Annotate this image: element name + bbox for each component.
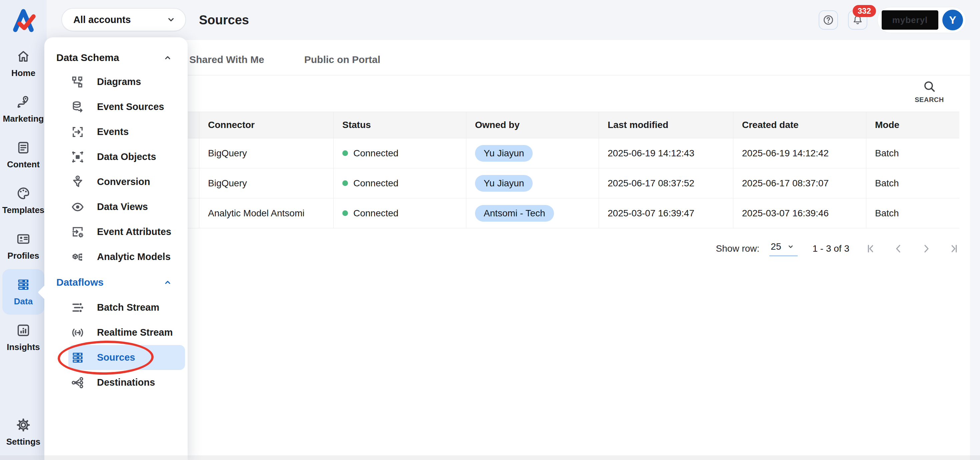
database-arrow-icon: [70, 100, 85, 114]
pagination: Show row: 25 1 - 3 of 3: [716, 239, 959, 258]
sidebar-item-label: Marketing: [3, 114, 44, 124]
menu-item-label: Data Objects: [97, 151, 156, 162]
cell-last-modified: 2025-03-07 16:39:47: [599, 198, 733, 228]
menu-item-data-views[interactable]: Data Views: [45, 194, 188, 219]
sidebar-settings-container: Settings: [0, 412, 47, 452]
menu-item-label: Realtime Stream: [97, 327, 173, 338]
cell-owned-by: Yu Jiayun: [466, 138, 599, 168]
sidebar-item-marketing[interactable]: Marketing: [0, 86, 47, 132]
sidebar-item-label: Profiles: [7, 251, 39, 261]
help-button[interactable]: [819, 10, 838, 30]
chevron-up-icon: [162, 277, 173, 288]
signal-icon: [70, 325, 85, 340]
chevron-down-icon: [786, 242, 795, 251]
funnel-dollar-icon: [70, 175, 85, 189]
status-text: Connected: [353, 208, 398, 219]
section-header-dataflows[interactable]: Dataflows: [45, 269, 188, 295]
avatar: Y: [942, 10, 963, 30]
bar-chart-icon: [16, 323, 31, 338]
sidebar-item-home[interactable]: Home: [0, 41, 47, 86]
cell-created-date: 2025-06-19 14:12:42: [733, 138, 866, 168]
sidebar-item-content[interactable]: Content: [0, 132, 47, 178]
cell-connector: Analytic Model Antsomi: [199, 198, 333, 228]
account-switcher[interactable]: All accounts: [61, 8, 186, 31]
tab-shared-with-me[interactable]: Shared With Me: [189, 54, 264, 65]
column-header-owned-by: Owned by: [466, 112, 599, 138]
search-button[interactable]: SEARCH: [913, 80, 945, 103]
column-header-created-date: Created date: [733, 112, 866, 138]
user-menu[interactable]: myberyl Y: [877, 7, 966, 33]
sources-table: Connector Status Owned by Last modified …: [188, 111, 959, 228]
cell-status: Connected: [333, 198, 466, 228]
owner-chip: Antsomi - Tech: [475, 205, 554, 222]
menu-item-label: Destinations: [97, 377, 155, 388]
previous-page-button[interactable]: [892, 243, 905, 255]
tab-public-on-portal[interactable]: Public on Portal: [304, 54, 380, 65]
menu-item-batch-stream[interactable]: Batch Stream: [45, 295, 188, 320]
menu-item-label: Analytic Models: [97, 251, 171, 262]
diagram-icon: [70, 75, 85, 89]
menu-item-event-attributes[interactable]: Event Attributes: [45, 219, 188, 244]
server-stack-icon: [16, 277, 31, 292]
status-dot-connected: [342, 210, 348, 216]
sidebar-item-insights[interactable]: Insights: [0, 315, 47, 360]
section-header-data-schema[interactable]: Data Schema: [45, 37, 188, 69]
cell-last-modified: 2025-06-17 08:37:52: [599, 168, 733, 198]
cell-status: Connected: [333, 168, 466, 198]
cell-last-modified: 2025-06-19 14:12:43: [599, 138, 733, 168]
pagination-controls: [865, 243, 959, 255]
table-header-spacer: [188, 112, 199, 138]
menu-item-realtime-stream[interactable]: Realtime Stream: [45, 320, 188, 345]
menu-item-sources[interactable]: Sources: [68, 345, 185, 370]
menu-item-label: Diagrams: [97, 76, 141, 88]
sidebar-item-label: Content: [7, 159, 40, 170]
menu-item-events[interactable]: Events: [45, 119, 188, 144]
chevron-up-icon: [162, 53, 173, 63]
menu-item-destinations[interactable]: Destinations: [45, 370, 188, 395]
status-dot-connected: [342, 150, 348, 156]
section-title: Data Schema: [56, 52, 119, 63]
cube-tree-icon: [70, 250, 85, 264]
notifications-button[interactable]: 332: [848, 10, 867, 30]
search-label: SEARCH: [915, 96, 943, 103]
last-page-button[interactable]: [947, 243, 959, 255]
menu-item-data-objects[interactable]: Data Objects: [45, 144, 188, 169]
table-row[interactable]: BigQuery Connected Yu Jiayun 2025-06-17 …: [188, 168, 959, 198]
cell-connector: BigQuery: [199, 168, 333, 198]
menu-item-label: Data Views: [97, 201, 148, 212]
sidebar-item-templates[interactable]: Templates: [0, 178, 47, 223]
antsomi-logo[interactable]: [10, 5, 38, 34]
sidebar-item-profiles[interactable]: Profiles: [0, 223, 47, 269]
sidebar-item-label: Data: [14, 296, 33, 307]
row-spacer: [188, 168, 199, 198]
column-header-mode: Mode: [866, 112, 959, 138]
column-header-status: Status: [333, 112, 466, 138]
cell-mode: Batch: [866, 198, 959, 228]
sliders-icon: [70, 300, 85, 315]
page-size-select[interactable]: 25: [769, 241, 798, 256]
cell-mode: Batch: [866, 168, 959, 198]
right-gutter: [970, 40, 980, 460]
menu-item-conversion[interactable]: Conversion: [45, 169, 188, 194]
cell-status: Connected: [333, 138, 466, 168]
table-header-row: Connector Status Owned by Last modified …: [188, 111, 959, 138]
cell-created-date: 2025-03-07 16:39:46: [733, 198, 866, 228]
menu-item-event-sources[interactable]: Event Sources: [45, 94, 188, 119]
route-pin-icon: [16, 94, 31, 110]
table-row[interactable]: Analytic Model Antsomi Connected Antsomi…: [188, 198, 959, 228]
first-page-button[interactable]: [865, 243, 877, 255]
sidebar-item-settings[interactable]: Settings: [0, 412, 47, 452]
section-title: Dataflows: [56, 277, 103, 288]
app-screen: Home Marketing Content Templates Profile…: [0, 0, 980, 460]
next-page-button[interactable]: [920, 243, 932, 255]
menu-item-analytic-models[interactable]: Analytic Models: [45, 244, 188, 269]
cell-mode: Batch: [866, 138, 959, 168]
cell-connector: BigQuery: [199, 138, 333, 168]
data-flyout-menu: Data Schema Diagrams Event Sources Event…: [45, 37, 188, 460]
bottom-scrollbar-strip: [0, 455, 980, 460]
menu-item-diagrams[interactable]: Diagrams: [45, 69, 188, 94]
table-row[interactable]: BigQuery Connected Yu Jiayun 2025-06-19 …: [188, 138, 959, 168]
notification-badge: 332: [853, 5, 876, 17]
server-stack-icon: [70, 350, 85, 365]
menu-item-label: Events: [97, 126, 129, 137]
